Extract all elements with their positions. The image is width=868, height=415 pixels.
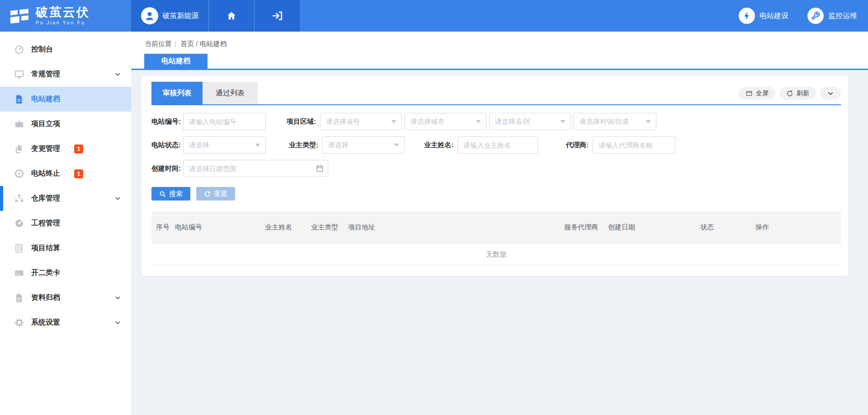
col-status: 状态 [700, 223, 755, 232]
col-index: 序号 [156, 223, 175, 232]
sidebar-item-warehouse-mgmt[interactable]: 仓库管理 [0, 186, 131, 211]
top-header: 破茧云伏 Po Jian Yun Fu 破茧新能源 [0, 0, 868, 32]
col-owner-name: 业主姓名 [265, 223, 311, 232]
station-no-label: 电站编号: [151, 117, 183, 126]
reset-icon [204, 191, 211, 197]
home-button[interactable] [208, 0, 254, 32]
col-owner-type: 业主类型 [311, 223, 348, 232]
brand-logo: 破茧云伏 Po Jian Yun Fu [0, 0, 131, 32]
agent-label: 代理商: [538, 141, 593, 149]
agent-input[interactable] [593, 136, 675, 154]
reset-button[interactable]: 重置 [196, 187, 235, 201]
refresh-button[interactable]: 刷新 [779, 87, 816, 100]
sidebar-item-label: 电站终止 [31, 169, 60, 178]
collapse-button[interactable] [820, 87, 841, 100]
sidebar-item-general-mgmt[interactable]: 常规管理 [0, 62, 131, 87]
col-service-agent: 服务代理商 [564, 223, 608, 232]
notification-badge: 1 [74, 169, 83, 178]
search-button[interactable]: 搜索 [151, 187, 190, 201]
main-content: 当前位置： 首页 / 电站建档 电站建档 审核列表 通过列表 [131, 32, 868, 415]
fullscreen-label: 全屏 [756, 89, 769, 98]
date-range-input[interactable] [183, 160, 328, 177]
sidebar-item-project-settlement[interactable]: 项目结算 [0, 236, 131, 261]
sidebar-item-label: 项目立项 [31, 119, 60, 129]
breadcrumb-bar: 当前位置： 首页 / 电站建档 电站建档 [131, 32, 868, 70]
filter-row-2: 电站状态: 请选择 业主类型: 请选择 业主姓名: 代理商: [151, 136, 841, 154]
pages-icon [14, 144, 24, 154]
sidebar-item-label: 常规管理 [31, 70, 60, 79]
sidebar-item-station-termination[interactable]: 电站终止 1 [0, 161, 131, 186]
calendar-icon[interactable] [316, 164, 324, 173]
sidebar-item-data-archive[interactable]: 资料归档 [0, 285, 131, 310]
briefcase-icon [14, 119, 24, 129]
breadcrumb: 当前位置： 首页 / 电站建档 [145, 40, 868, 48]
sidebar-item-label: 仓库管理 [31, 194, 60, 203]
breadcrumb-separator: / [196, 40, 198, 47]
sidebar-item-change-mgmt[interactable]: 变更管理 1 [0, 136, 131, 161]
list-card: 审核列表 通过列表 全屏 刷新 [142, 76, 848, 276]
sidebar-item-label: 控制台 [31, 45, 53, 54]
sidebar-item-console[interactable]: 控制台 [0, 37, 131, 62]
sitemap-icon [14, 193, 24, 204]
create-time-label: 创建时间: [151, 164, 183, 173]
sidebar-item-engineering-mgmt[interactable]: 工程管理 [0, 211, 131, 236]
col-project-address: 项目地址 [348, 223, 564, 232]
tab-review-list[interactable]: 审核列表 [151, 82, 203, 104]
col-actions: 操作 [755, 223, 841, 232]
sidebar-item-station-filing[interactable]: 电站建档 [0, 87, 131, 112]
gear-icon [14, 317, 24, 328]
results-table: 序号 电站编号 业主姓名 业主类型 项目地址 服务代理商 创建日期 状态 操作 … [151, 211, 841, 265]
chevron-down-icon [827, 90, 834, 97]
town-placeholder: 请选择村镇/街道 [580, 117, 629, 126]
owner-type-select[interactable]: 请选择 [322, 136, 405, 154]
user-menu[interactable]: 破茧新能源 [131, 0, 208, 32]
sidebar-item-system-settings[interactable]: 系统设置 [0, 310, 131, 335]
brand-subtitle: Po Jian Yun Fu [36, 20, 90, 25]
station-status-label: 电站状态: [151, 141, 183, 149]
logout-button[interactable] [254, 0, 300, 32]
module-monitor-ops[interactable]: 监控运维 [807, 8, 857, 24]
brand-mark-icon [9, 7, 30, 25]
filter-row-1: 电站编号: 项目区域: 请选择省份 请选择城市 请选择县/区 [151, 113, 841, 130]
filter-row-3: 创建时间: [151, 160, 841, 177]
sidebar-item-label: 工程管理 [31, 219, 60, 228]
owner-type-placeholder: 请选择 [328, 141, 349, 149]
sidebar-item-label: 项目结算 [31, 243, 60, 253]
chevron-down-icon [114, 294, 121, 301]
station-no-input[interactable] [183, 113, 266, 130]
sidebar-item-open-class2-card[interactable]: 开二类卡 [0, 261, 131, 285]
province-select[interactable]: 请选择省份 [320, 113, 402, 130]
page-tab-station-filing[interactable]: 电站建档 [144, 54, 208, 69]
sidebar-item-label: 系统设置 [31, 318, 60, 327]
sidebar-nav: 控制台 常规管理 电站建档 [0, 32, 131, 415]
user-avatar [141, 7, 158, 24]
owner-name-label: 业主姓名: [405, 141, 458, 149]
person-icon [144, 10, 156, 22]
reset-label: 重置 [214, 190, 227, 198]
province-placeholder: 请选择省份 [326, 117, 360, 126]
wrench-icon [807, 8, 824, 24]
sidebar-item-project-initiation[interactable]: 项目立项 [0, 112, 131, 136]
town-select[interactable]: 请选择村镇/街道 [574, 113, 656, 130]
breadcrumb-prefix: 当前位置： [145, 40, 179, 47]
card-toolbar: 全屏 刷新 [739, 87, 841, 100]
caret-down-icon [560, 120, 566, 123]
tab-passed-list[interactable]: 通过列表 [203, 82, 258, 104]
card-icon [14, 268, 24, 278]
sidebar-item-label: 变更管理 [31, 144, 60, 154]
sidebar-item-label: 资料归档 [31, 293, 60, 303]
caret-down-icon [394, 144, 399, 147]
module-station-build[interactable]: 电站建设 [739, 8, 788, 24]
sidebar-item-label: 开二类卡 [31, 268, 60, 278]
county-select[interactable]: 请选择县/区 [489, 113, 571, 130]
fullscreen-button[interactable]: 全屏 [739, 87, 775, 100]
station-status-select[interactable]: 请选择 [183, 136, 266, 154]
dashboard-icon [14, 218, 24, 228]
city-select[interactable]: 请选择城市 [405, 113, 486, 130]
owner-type-label: 业主类型: [266, 141, 322, 149]
city-placeholder: 请选择城市 [410, 117, 444, 126]
calculator-icon [14, 243, 24, 253]
breadcrumb-home-link[interactable]: 首页 [180, 40, 194, 47]
chevron-down-icon [114, 319, 121, 326]
owner-name-input[interactable] [458, 136, 538, 154]
